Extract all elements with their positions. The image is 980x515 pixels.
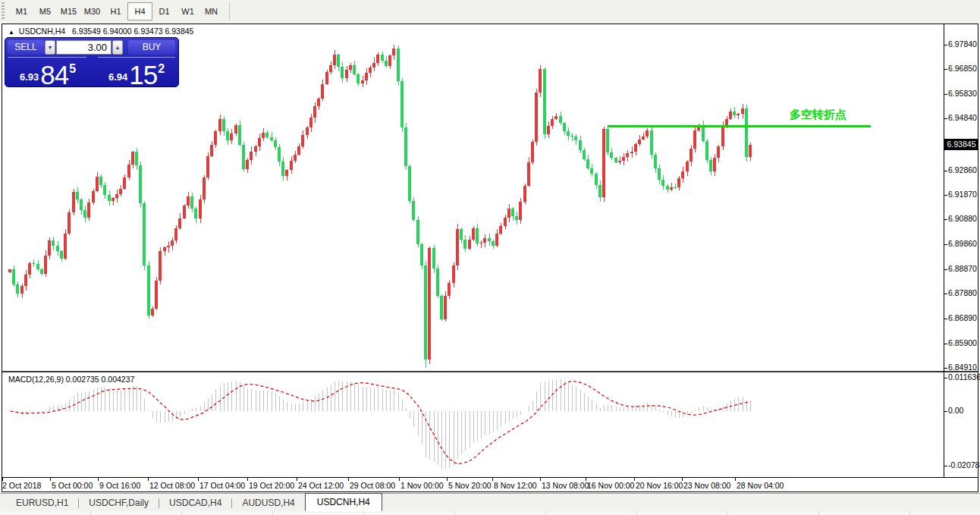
candle-body (551, 119, 554, 127)
candle-body (143, 203, 146, 265)
candle-body (265, 133, 269, 137)
candle-body (420, 244, 423, 265)
buy-button[interactable]: BUY (128, 40, 175, 55)
price-axis-label: 6.95830 (948, 89, 977, 98)
candle-body (361, 80, 364, 83)
toolbar-gripper-icon[interactable] (2, 2, 5, 20)
candle-body (504, 218, 507, 226)
time-axis-label: 5 Nov 20:00 (448, 481, 492, 490)
candle-body (242, 145, 245, 169)
candle-body (645, 130, 649, 137)
volume-input[interactable] (56, 40, 112, 55)
macd-axis-label: 0.011636 (948, 372, 980, 382)
collapse-triangle-icon[interactable]: ▲ (8, 29, 14, 36)
time-axis-label: 1 Nov 00:00 (400, 481, 444, 490)
time-axis-label: 5 Oct 00:00 (52, 481, 93, 490)
buy-price-big: 15 (129, 64, 157, 86)
candle-body (670, 187, 673, 190)
candle-body (733, 111, 736, 115)
candle-body (404, 127, 407, 166)
candle-body (174, 228, 177, 240)
timeframe-button-w1[interactable]: W1 (176, 3, 199, 20)
candle-body (345, 70, 348, 78)
candle-body (638, 140, 641, 144)
candle-body (463, 240, 466, 249)
axis-tick (944, 411, 947, 412)
timeframe-button-h1[interactable]: H1 (104, 3, 127, 20)
candle-body (341, 67, 344, 78)
candle-body (424, 265, 427, 360)
axis-tick (944, 219, 947, 220)
candle-body (448, 283, 451, 296)
candle-body (717, 146, 720, 159)
candle-body (468, 240, 471, 249)
candle-body (642, 137, 645, 140)
price-axis-label: 6.97840 (948, 39, 977, 49)
annotation-label: 多空转折点 (790, 108, 847, 121)
chart-tab-usdchf[interactable]: USDCHF,Daily (79, 495, 159, 511)
sell-button[interactable]: SELL (8, 40, 44, 55)
timeframe-button-mn[interactable]: MN (199, 3, 223, 20)
candle-body (20, 286, 24, 294)
candle-body (543, 69, 546, 133)
candle-body (190, 196, 193, 209)
candle-body (24, 275, 27, 286)
time-axis-label: 8 Nov 12:00 (494, 481, 537, 490)
chart-tab-eurusd[interactable]: EURUSD,H1 (6, 495, 78, 511)
buy-quote[interactable]: 6.94 15 2 (95, 58, 178, 86)
macd-axis-label: 6.88870 (948, 264, 977, 273)
candle-body (523, 186, 526, 202)
timeframe-button-m15[interactable]: M15 (57, 3, 80, 20)
buy-price-prefix: 6.94 (108, 71, 127, 83)
chart-tab-usdcnh[interactable]: USDCNH,H4 (305, 493, 382, 511)
current-price-badge: 6.93845 (944, 139, 978, 150)
candle-body (630, 152, 633, 153)
time-axis-label: 12 Oct 08:00 (149, 481, 195, 490)
chart-tab-audusd[interactable]: AUDUSD,H4 (232, 495, 304, 511)
candle-body (238, 125, 241, 146)
support-line[interactable] (608, 125, 871, 127)
sell-divider (8, 57, 86, 58)
axis-tick (944, 319, 947, 319)
sell-quote[interactable]: 6.93 84 5 (5, 58, 90, 86)
candle-body (226, 131, 229, 140)
candle-body (729, 111, 732, 119)
tab-scroll-strip[interactable] (0, 511, 980, 515)
chart-tab-usdcad[interactable]: USDCAD,H4 (159, 495, 231, 511)
macd-indicator-chart[interactable] (3, 372, 945, 477)
candle-body (40, 269, 43, 274)
axis-tick (944, 344, 947, 344)
candle-body (681, 171, 684, 178)
candle-body (44, 256, 47, 274)
sell-price-big: 84 (40, 64, 68, 86)
candle-body (618, 161, 621, 162)
candle-body (108, 195, 111, 200)
candle-body (559, 116, 562, 123)
time-axis-label: 29 Oct 08:00 (350, 481, 395, 490)
candle-body (567, 131, 570, 136)
time-axis-tick (586, 478, 586, 481)
buy-divider (98, 57, 175, 58)
timeframe-button-m30[interactable]: M30 (80, 3, 104, 20)
candle-body (472, 228, 475, 240)
candle-body (139, 165, 142, 203)
candle-body (210, 145, 213, 156)
timeframe-button-m1[interactable]: M1 (10, 3, 33, 20)
volume-increment-button[interactable]: ▲ (112, 40, 123, 55)
axis-tick (944, 368, 947, 369)
volume-decrement-button[interactable]: ▼ (45, 40, 55, 55)
timeframe-button-h4[interactable]: H4 (127, 2, 152, 20)
timeframe-button-m5[interactable]: M5 (33, 3, 57, 20)
candle-body (131, 152, 134, 164)
candle-body (598, 185, 602, 197)
candle-body (68, 212, 71, 234)
candle-body (444, 296, 447, 320)
time-axis-tick (247, 478, 248, 481)
timeframe-button-d1[interactable]: D1 (152, 3, 176, 20)
candle-body (36, 264, 39, 269)
candle-body (258, 138, 261, 147)
candle-body (147, 265, 150, 316)
candle-body (321, 84, 324, 99)
time-axis-tick (682, 478, 683, 481)
time-axis-tick (634, 478, 635, 481)
